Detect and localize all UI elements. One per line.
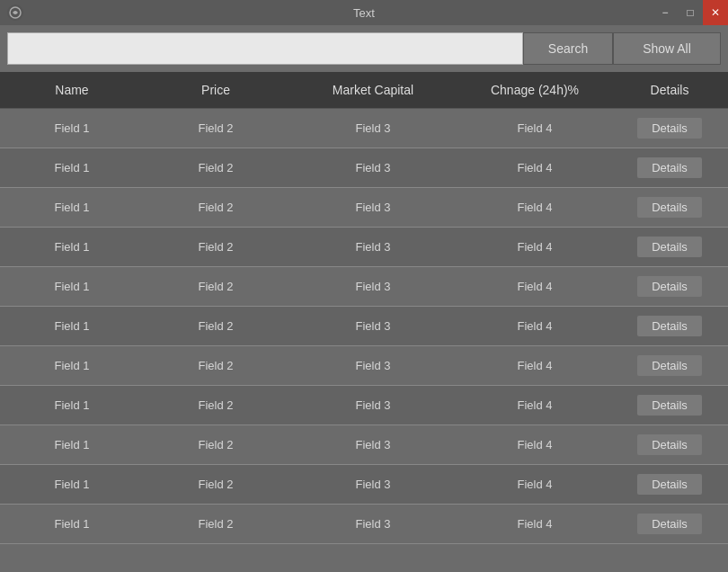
column-header-market: Market Capital xyxy=(288,72,458,109)
cell-field2: Field 2 xyxy=(144,109,288,148)
table-row: Field 1Field 2Field 3Field 4Details xyxy=(0,109,728,148)
table-row: Field 1Field 2Field 3Field 4Details xyxy=(0,188,728,228)
cell-details: Details xyxy=(611,109,728,148)
details-button[interactable]: Details xyxy=(637,355,702,376)
column-header-change: Chnage (24h)% xyxy=(458,72,611,109)
details-button[interactable]: Details xyxy=(637,157,702,178)
cell-field3: Field 3 xyxy=(288,228,458,267)
cell-details: Details xyxy=(611,465,728,505)
cell-field4: Field 4 xyxy=(458,148,611,188)
cell-field1: Field 1 xyxy=(0,346,144,386)
cell-field3: Field 3 xyxy=(288,386,458,425)
cell-field3: Field 3 xyxy=(288,267,458,307)
cell-field2: Field 2 xyxy=(144,505,288,544)
table-row: Field 1Field 2Field 3Field 4Details xyxy=(0,505,728,544)
minimize-button[interactable]: − xyxy=(653,0,678,25)
cell-field1: Field 1 xyxy=(0,267,144,307)
cell-field2: Field 2 xyxy=(144,346,288,386)
details-button[interactable]: Details xyxy=(637,237,702,257)
cell-field2: Field 2 xyxy=(144,188,288,228)
cell-field2: Field 2 xyxy=(144,228,288,267)
cell-details: Details xyxy=(611,505,728,544)
cell-field1: Field 1 xyxy=(0,307,144,346)
cell-details: Details xyxy=(611,386,728,425)
cell-field1: Field 1 xyxy=(0,505,144,544)
table-row: Field 1Field 2Field 3Field 4Details xyxy=(0,307,728,346)
cell-details: Details xyxy=(611,267,728,307)
main-window: Text − □ ✕ Search Show All Name Price Ma… xyxy=(0,0,728,572)
cell-details: Details xyxy=(611,425,728,465)
cell-details: Details xyxy=(611,188,728,228)
data-table-container: Name Price Market Capital Chnage (24h)% … xyxy=(0,72,728,572)
close-button[interactable]: ✕ xyxy=(703,0,728,25)
cell-field2: Field 2 xyxy=(144,267,288,307)
window-controls: − □ ✕ xyxy=(653,0,728,25)
maximize-button[interactable]: □ xyxy=(678,0,703,25)
toolbar: Search Show All xyxy=(0,25,728,72)
details-button[interactable]: Details xyxy=(637,434,702,455)
cell-field4: Field 4 xyxy=(458,228,611,267)
search-input[interactable] xyxy=(7,32,523,65)
table-row: Field 1Field 2Field 3Field 4Details xyxy=(0,267,728,307)
cell-field4: Field 4 xyxy=(458,465,611,505)
cell-field4: Field 4 xyxy=(458,346,611,386)
cell-field2: Field 2 xyxy=(144,148,288,188)
table-row: Field 1Field 2Field 3Field 4Details xyxy=(0,465,728,505)
show-all-button[interactable]: Show All xyxy=(613,32,721,65)
cell-field3: Field 3 xyxy=(288,307,458,346)
cell-field1: Field 1 xyxy=(0,386,144,425)
table-row: Field 1Field 2Field 3Field 4Details xyxy=(0,425,728,465)
cell-details: Details xyxy=(611,228,728,267)
cell-field3: Field 3 xyxy=(288,505,458,544)
cell-field3: Field 3 xyxy=(288,148,458,188)
cell-field2: Field 2 xyxy=(144,465,288,505)
cell-field4: Field 4 xyxy=(458,425,611,465)
cell-field4: Field 4 xyxy=(458,267,611,307)
cell-field4: Field 4 xyxy=(458,188,611,228)
details-button[interactable]: Details xyxy=(637,316,702,336)
details-button[interactable]: Details xyxy=(637,395,702,416)
cell-field4: Field 4 xyxy=(458,386,611,425)
cell-details: Details xyxy=(611,148,728,188)
cell-field1: Field 1 xyxy=(0,425,144,465)
cell-field1: Field 1 xyxy=(0,109,144,148)
cell-field2: Field 2 xyxy=(144,386,288,425)
cell-field1: Field 1 xyxy=(0,228,144,267)
cell-field1: Field 1 xyxy=(0,148,144,188)
cell-field3: Field 3 xyxy=(288,425,458,465)
details-button[interactable]: Details xyxy=(637,276,702,297)
cell-field4: Field 4 xyxy=(458,307,611,346)
table-row: Field 1Field 2Field 3Field 4Details xyxy=(0,346,728,386)
details-button[interactable]: Details xyxy=(637,197,702,218)
table-row: Field 1Field 2Field 3Field 4Details xyxy=(0,228,728,267)
window-title: Text xyxy=(353,6,375,20)
details-button[interactable]: Details xyxy=(637,474,702,495)
cell-field3: Field 3 xyxy=(288,346,458,386)
table-header-row: Name Price Market Capital Chnage (24h)% … xyxy=(0,72,728,109)
column-header-details: Details xyxy=(611,72,728,109)
details-button[interactable]: Details xyxy=(637,514,702,534)
cell-field3: Field 3 xyxy=(288,465,458,505)
table-row: Field 1Field 2Field 3Field 4Details xyxy=(0,386,728,425)
details-button[interactable]: Details xyxy=(637,118,702,139)
column-header-name: Name xyxy=(0,72,144,109)
table-row: Field 1Field 2Field 3Field 4Details xyxy=(0,148,728,188)
search-button[interactable]: Search xyxy=(523,32,613,65)
data-table: Name Price Market Capital Chnage (24h)% … xyxy=(0,72,728,544)
cell-field3: Field 3 xyxy=(288,109,458,148)
title-bar: Text − □ ✕ xyxy=(0,0,728,25)
cell-details: Details xyxy=(611,346,728,386)
cell-field2: Field 2 xyxy=(144,307,288,346)
cell-field1: Field 1 xyxy=(0,188,144,228)
cell-details: Details xyxy=(611,307,728,346)
cell-field4: Field 4 xyxy=(458,109,611,148)
column-header-price: Price xyxy=(144,72,288,109)
cell-field4: Field 4 xyxy=(458,505,611,544)
cell-field3: Field 3 xyxy=(288,188,458,228)
app-logo xyxy=(7,4,23,21)
cell-field1: Field 1 xyxy=(0,465,144,505)
cell-field2: Field 2 xyxy=(144,425,288,465)
